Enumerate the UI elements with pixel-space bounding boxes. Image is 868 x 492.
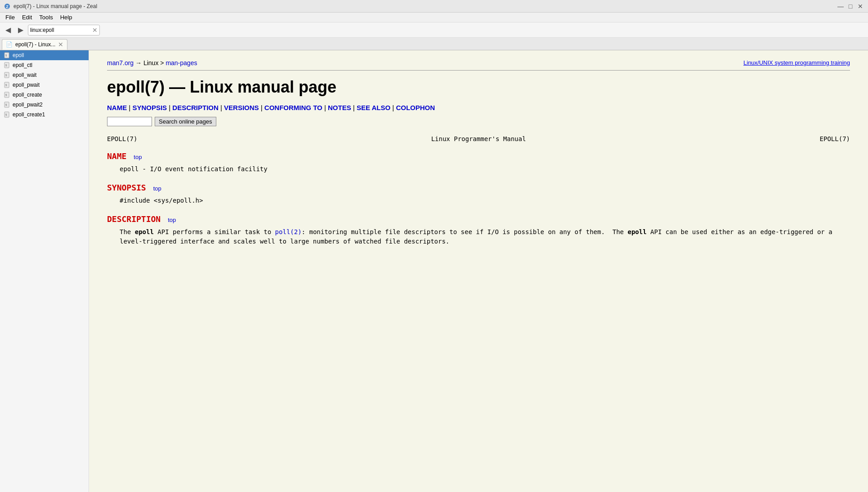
tab-close-button[interactable]: ✕ [58,41,63,48]
sidebar-epoll-pwait-icon: § [4,81,11,89]
app-icon: Z [4,3,11,10]
section-name-header: NAME top [107,151,850,161]
svg-text:§: § [5,74,7,76]
sidebar-epoll-pwait-label: epoll_pwait [13,82,40,88]
forward-button[interactable]: ▶ [15,25,26,35]
poll2-link[interactable]: poll(2) [275,228,302,235]
section-synopsis-body: #include <sys/epoll.h> [120,196,850,205]
menu-help[interactable]: Help [57,13,76,22]
section-description-header: DESCRIPTION top [107,214,850,224]
manual-header-line: EPOLL(7) Linux Programmer's Manual EPOLL… [107,135,850,142]
sidebar-item-epoll-wait[interactable]: § epoll_wait [0,70,89,80]
title-bar: Z epoll(7) - Linux manual page - Zeal — … [0,0,868,13]
manual-left: EPOLL(7) [107,135,137,142]
sidebar-epoll-icon: § [4,52,11,59]
sidebar-epoll-ctl-icon: § [4,62,11,69]
sidebar-epoll-pwait2-label: epoll_pwait2 [13,102,43,108]
section-name-body: epoll - I/O event notification facility [120,164,850,174]
menu-file[interactable]: File [2,13,18,22]
sidebar-item-epoll-pwait2[interactable]: § epoll_pwait2 [0,100,89,110]
nav-seealso[interactable]: SEE ALSO [357,104,390,111]
nav-colophon[interactable]: COLOPHON [396,104,435,111]
menu-bar: File Edit Tools Help [0,13,868,22]
sidebar-item-epoll-create1[interactable]: § epoll_create1 [0,110,89,120]
sidebar-item-epoll-ctl[interactable]: § epoll_ctl [0,60,89,70]
sidebar-epoll-create-icon: § [4,91,11,98]
section-synopsis-top-link[interactable]: top [153,185,161,192]
svg-text:§: § [5,103,7,106]
sidebar-epoll-label: epoll [13,52,24,58]
breadcrumb-sep2: > [160,59,166,66]
minimize-button[interactable]: — [837,2,845,10]
svg-text:Z: Z [6,4,9,9]
svg-text:§: § [5,54,7,57]
sidebar-epoll-wait-icon: § [4,71,11,79]
section-name-title: NAME [107,151,126,161]
svg-text:§: § [5,93,7,96]
section-description-title: DESCRIPTION [107,214,161,224]
sidebar-item-epoll-create[interactable]: § epoll_create [0,90,89,100]
close-button[interactable]: ✕ [856,2,864,10]
search-input[interactable] [30,27,92,33]
section-description-body: The epoll API performs a similar task to… [120,227,850,246]
breadcrumb-sep1: → [135,59,143,66]
nav-versions[interactable]: VERSIONS [224,104,259,111]
tab-epoll[interactable]: 📄 epoll(7) - Linux... ✕ [2,39,67,50]
breadcrumb-man-pages-link[interactable]: man-pages [166,59,197,66]
window-title: epoll(7) - Linux manual page - Zeal [13,3,97,9]
back-button[interactable]: ◀ [3,25,13,35]
section-synopsis-header: SYNOPSIS top [107,183,850,192]
tab-bar: 📄 epoll(7) - Linux... ✕ [0,38,868,50]
nav-conforming[interactable]: CONFORMING TO [264,104,322,111]
svg-text:§: § [5,84,7,86]
page-header: Linux/UNIX system programming training m… [107,59,850,66]
sidebar: § epoll § epoll_ctl § epoll_wait [0,50,89,492]
sidebar-epoll-create1-label: epoll_create1 [13,111,45,118]
section-synopsis-content: #include <sys/epoll.h> [120,196,850,205]
nav-notes[interactable]: NOTES [328,104,351,111]
content-area: Linux/UNIX system programming training m… [89,50,868,492]
main-layout: § epoll § epoll_ctl § epoll_wait [0,50,868,492]
svg-text:§: § [5,113,7,116]
sidebar-item-epoll[interactable]: § epoll [0,50,89,60]
breadcrumb: man7.org → Linux > man-pages [107,59,850,66]
sidebar-epoll-pwait2-icon: § [4,101,11,108]
section-name-top-link[interactable]: top [134,154,142,160]
svg-text:§: § [5,64,7,66]
nav-synopsis[interactable]: SYNOPSIS [132,104,167,111]
sidebar-epoll-wait-label: epoll_wait [13,72,36,78]
search-online-button[interactable]: Search online pages [155,117,216,126]
section-synopsis-title: SYNOPSIS [107,183,146,192]
nav-description[interactable]: DESCRIPTION [172,104,219,111]
epoll-bold-1: epoll [135,228,154,235]
header-divider [107,70,850,71]
menu-edit[interactable]: Edit [18,13,36,22]
sidebar-epoll-create1-icon: § [4,111,11,118]
tab-icon: 📄 [6,41,13,48]
sidebar-epoll-ctl-label: epoll_ctl [13,62,32,68]
section-description-content: The epoll API performs a similar task to… [120,227,850,246]
epoll-bold-2: epoll [627,228,646,235]
menu-tools[interactable]: Tools [36,13,56,22]
search-clear-button[interactable]: ✕ [92,27,98,34]
toolbar: ◀ ▶ ✕ [0,22,868,38]
manual-mid: Linux Programmer's Manual [431,135,526,142]
nav-name[interactable]: NAME [107,104,127,111]
search-row: Search online pages [107,117,850,126]
breadcrumb-linux: Linux [143,59,158,66]
tab-label: epoll(7) - Linux... [15,41,55,48]
manual-right: EPOLL(7) [820,135,850,142]
sidebar-item-epoll-pwait[interactable]: § epoll_pwait [0,80,89,90]
nav-links: NAME | SYNOPSIS | DESCRIPTION | VERSIONS… [107,104,850,111]
section-description-top-link[interactable]: top [168,217,176,223]
section-name-content: epoll - I/O event notification facility [120,164,850,174]
page-title: epoll(7) — Linux manual page [107,78,850,97]
online-search-input[interactable] [107,117,152,126]
maximize-button[interactable]: □ [846,2,855,10]
sidebar-epoll-create-label: epoll_create [13,92,42,98]
search-box: ✕ [28,25,100,35]
breadcrumb-site-link[interactable]: man7.org [107,59,134,66]
training-link[interactable]: Linux/UNIX system programming training [743,59,850,66]
